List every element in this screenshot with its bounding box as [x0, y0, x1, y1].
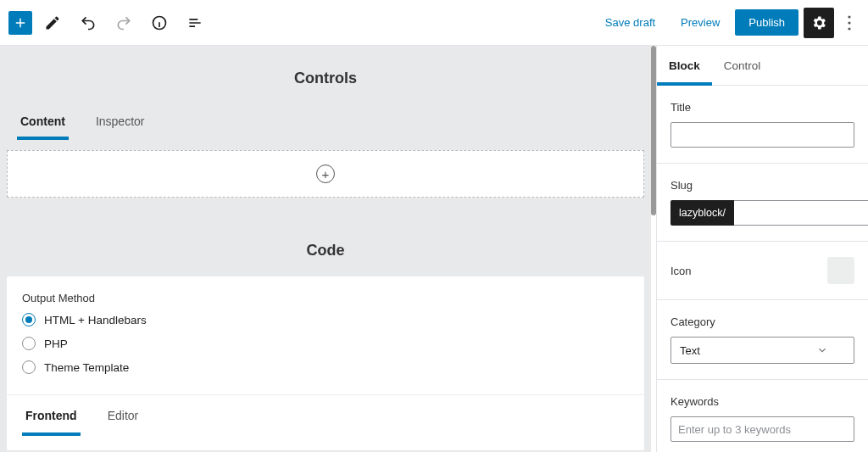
- code-panel: Output Method HTML + Handlebars PHP Them…: [7, 276, 644, 450]
- output-method-radio-group: HTML + Handlebars PHP Theme Template: [22, 313, 629, 374]
- icon-picker[interactable]: [827, 257, 854, 284]
- add-control-dropzone[interactable]: +: [7, 150, 644, 198]
- svg-point-2: [848, 21, 850, 24]
- radio-icon: [22, 313, 36, 326]
- more-vertical-icon: [848, 15, 851, 31]
- redo-icon: [115, 14, 132, 31]
- radio-php[interactable]: PHP: [22, 337, 629, 350]
- undo-button[interactable]: [73, 8, 103, 38]
- radio-theme-template[interactable]: Theme Template: [22, 360, 629, 374]
- title-label: Title: [670, 101, 854, 114]
- radio-icon: [22, 337, 36, 350]
- slug-input[interactable]: [734, 200, 868, 226]
- output-method-label: Output Method: [22, 292, 629, 304]
- code-heading: Code: [0, 218, 651, 276]
- add-block-button[interactable]: [8, 11, 32, 35]
- tab-editor[interactable]: Editor: [104, 395, 142, 435]
- radio-label: PHP: [44, 338, 68, 350]
- slug-prefix: lazyblock/: [670, 200, 734, 226]
- chevron-down-icon: [816, 344, 828, 356]
- tab-frontend[interactable]: Frontend: [22, 395, 81, 436]
- keywords-input[interactable]: [670, 416, 854, 442]
- toolbar-left-group: [8, 8, 210, 38]
- radio-label: Theme Template: [44, 361, 129, 374]
- redo-button[interactable]: [108, 8, 139, 38]
- plus-circle-icon: +: [316, 165, 335, 183]
- gear-icon: [810, 14, 827, 31]
- category-select[interactable]: Text: [670, 337, 854, 364]
- radio-label: HTML + Handlebars: [44, 314, 147, 326]
- sidebar-tab-block[interactable]: Block: [657, 46, 712, 86]
- tab-inspector[interactable]: Inspector: [92, 104, 148, 139]
- undo-icon: [80, 14, 97, 31]
- icon-label: Icon: [670, 265, 692, 277]
- category-section: Category Text: [657, 300, 868, 380]
- keywords-section: Keywords: [657, 380, 868, 452]
- slug-section: Slug lazyblock/: [657, 164, 868, 242]
- main-canvas: Controls Content Inspector + Code Output…: [0, 46, 651, 452]
- edit-mode-button[interactable]: [37, 8, 68, 38]
- preview-button[interactable]: Preview: [670, 9, 730, 36]
- category-label: Category: [670, 315, 854, 328]
- publish-button[interactable]: Publish: [735, 9, 798, 36]
- tab-content[interactable]: Content: [17, 104, 69, 140]
- category-value: Text: [680, 344, 700, 357]
- save-draft-button[interactable]: Save draft: [595, 9, 665, 36]
- code-tabs: Frontend Editor: [7, 394, 644, 435]
- svg-point-1: [848, 15, 850, 18]
- pencil-icon: [44, 14, 61, 31]
- outline-button[interactable]: [180, 8, 210, 38]
- sidebar: Block Control Title Slug lazyblock/ Icon…: [656, 46, 868, 452]
- list-icon: [186, 14, 203, 31]
- sidebar-tab-control[interactable]: Control: [712, 46, 773, 85]
- controls-heading: Controls: [0, 46, 651, 104]
- radio-icon: [22, 360, 36, 374]
- settings-button[interactable]: [804, 8, 834, 38]
- title-input[interactable]: [670, 122, 854, 148]
- toolbar-right-group: Save draft Preview Publish: [595, 8, 860, 38]
- svg-point-3: [848, 27, 850, 30]
- scrollbar[interactable]: [651, 46, 656, 452]
- slug-label: Slug: [670, 179, 854, 192]
- keywords-label: Keywords: [670, 395, 854, 408]
- info-button[interactable]: [144, 8, 175, 38]
- icon-section: Icon: [657, 242, 868, 300]
- more-menu-button[interactable]: [839, 8, 860, 38]
- radio-html-handlebars[interactable]: HTML + Handlebars: [22, 313, 629, 326]
- plus-icon: [13, 15, 28, 31]
- title-section: Title: [657, 86, 868, 164]
- info-icon: [151, 14, 168, 31]
- controls-tabs: Content Inspector: [0, 104, 651, 140]
- sidebar-tabs: Block Control: [657, 46, 868, 86]
- top-toolbar: Save draft Preview Publish: [0, 0, 868, 46]
